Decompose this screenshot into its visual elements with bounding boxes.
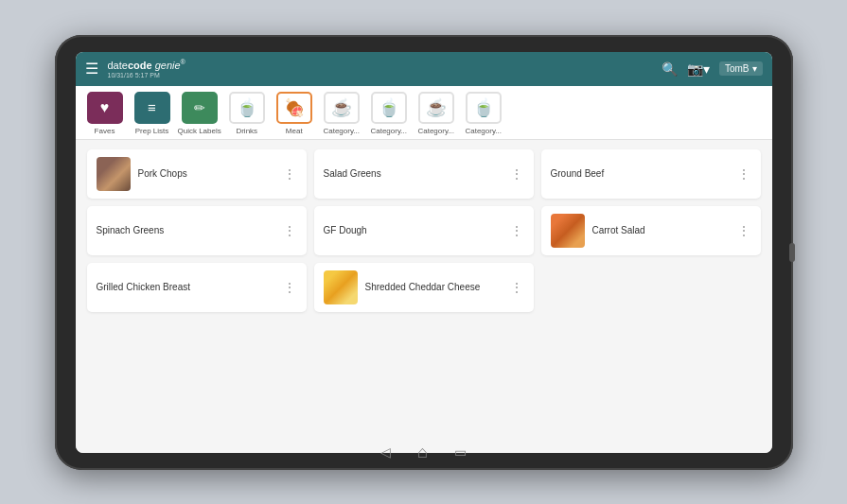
user-menu[interactable]: TomB ▾	[719, 61, 763, 76]
camera-icon[interactable]: 📷▾	[687, 61, 710, 77]
heart-icon: ♥	[100, 99, 110, 116]
prep-lists-icon-box: ≡	[134, 92, 170, 124]
brand-text1: date	[108, 60, 128, 71]
sidebar-item-quick-labels[interactable]: ✏ Quick Labels	[178, 92, 221, 139]
gf-dough-name: GF Dough	[324, 225, 503, 235]
carrot-salad-img-placeholder	[551, 214, 585, 248]
carrot-salad-name: Carrot Salad	[592, 225, 730, 235]
cat2-label: Category...	[370, 127, 407, 135]
cat1-icon-box: ☕	[324, 92, 360, 124]
brand-text2: code	[128, 60, 152, 71]
quick-labels-icon: ✏	[194, 100, 205, 115]
sidebar-item-faves[interactable]: ♥ Faves	[83, 92, 127, 139]
cat3-label: Category...	[417, 127, 454, 135]
drinks-label: Drinks	[236, 127, 257, 135]
food-card-carrot-salad[interactable]: Carrot Salad ⋮	[541, 206, 761, 255]
pork-chops-img-placeholder	[97, 157, 131, 191]
grilled-chicken-name: Grilled Chicken Breast	[97, 282, 275, 292]
shredded-cheddar-menu-icon[interactable]: ⋮	[510, 281, 524, 294]
grilled-chicken-menu-icon[interactable]: ⋮	[283, 281, 297, 294]
food-card-gf-dough[interactable]: GF Dough ⋮	[314, 206, 534, 255]
spinach-greens-name: Spinach Greens	[97, 225, 275, 235]
prep-lists-label: Prep Lists	[135, 127, 169, 135]
prep-lists-icon: ≡	[148, 99, 156, 115]
drinks-icon-box: 🍵	[229, 92, 265, 124]
side-button	[789, 243, 795, 262]
meat-icon-box: 🍖	[276, 92, 312, 124]
salad-greens-name: Salad Greens	[324, 168, 503, 179]
food-card-shredded-cheddar[interactable]: Shredded Cheddar Cheese ⋮	[314, 263, 534, 312]
carrot-salad-image	[551, 214, 585, 248]
user-name: TomB	[725, 63, 750, 74]
menu-icon[interactable]: ☰	[85, 60, 98, 78]
shredded-cheddar-img-placeholder	[324, 270, 358, 304]
cat4-icon: 🍵	[473, 97, 494, 118]
sidebar-item-cat4[interactable]: 🍵 Category...	[462, 92, 505, 139]
sidebar-item-drinks[interactable]: 🍵 Drinks	[225, 92, 269, 139]
shredded-cheddar-image	[324, 270, 358, 304]
pork-chops-name: Pork Chops	[138, 168, 275, 179]
back-button[interactable]: ◁	[380, 444, 391, 460]
shredded-cheddar-name: Shredded Cheddar Cheese	[365, 282, 503, 292]
quick-labels-label: Quick Labels	[178, 127, 221, 135]
cat2-icon: 🍵	[379, 97, 399, 118]
food-card-pork-chops[interactable]: Pork Chops ⋮	[87, 149, 307, 199]
cat4-label: Category...	[465, 127, 502, 135]
user-dropdown-icon: ▾	[752, 63, 757, 74]
sidebar-item-prep-lists[interactable]: ≡ Prep Lists	[131, 92, 174, 139]
gf-dough-menu-icon[interactable]: ⋮	[510, 224, 524, 237]
brand: datecode genie® 10/31/16 5:17 PM	[108, 59, 662, 78]
spinach-greens-menu-icon[interactable]: ⋮	[283, 224, 297, 237]
meat-icon: 🍖	[284, 97, 305, 118]
quick-labels-icon-box: ✏	[182, 92, 218, 124]
sidebar-item-cat3[interactable]: ☕ Category...	[415, 92, 458, 139]
tablet-device: ☰ datecode genie® 10/31/16 5:17 PM 🔍 📷▾ …	[55, 35, 793, 470]
search-icon[interactable]: 🔍	[662, 61, 678, 77]
top-bar-right: 🔍 📷▾ TomB ▾	[662, 61, 763, 77]
food-card-salad-greens[interactable]: Salad Greens ⋮	[314, 149, 534, 199]
cat4-icon-box: 🍵	[466, 92, 502, 124]
pork-chops-image	[97, 157, 131, 191]
home-button[interactable]: ⌂	[417, 443, 428, 462]
tablet-bottom-nav: ◁ ⌂ ▭	[380, 443, 467, 462]
cat2-icon-box: 🍵	[371, 92, 407, 124]
brand-datetime: 10/31/16 5:17 PM	[108, 72, 662, 78]
sidebar-item-cat2[interactable]: 🍵 Category...	[367, 92, 411, 139]
ground-beef-name: Ground Beef	[551, 168, 730, 179]
food-card-grilled-chicken[interactable]: Grilled Chicken Breast ⋮	[87, 263, 307, 312]
sidebar-item-meat[interactable]: 🍖 Meat	[273, 92, 316, 139]
food-card-spinach-greens[interactable]: Spinach Greens ⋮	[87, 206, 307, 255]
food-grid: Pork Chops ⋮ Salad Greens ⋮ Ground Beef …	[76, 140, 772, 453]
drinks-icon: 🍵	[237, 97, 257, 118]
faves-label: Faves	[95, 127, 115, 135]
category-bar: ♥ Faves ≡ Prep Lists ✏ Quick Labels 🍵	[76, 86, 772, 140]
pork-chops-menu-icon[interactable]: ⋮	[283, 167, 297, 181]
faves-icon-box: ♥	[87, 92, 123, 124]
carrot-salad-menu-icon[interactable]: ⋮	[737, 224, 751, 237]
tablet-screen: ☰ datecode genie® 10/31/16 5:17 PM 🔍 📷▾ …	[76, 52, 772, 453]
sidebar-item-cat1[interactable]: ☕ Category...	[320, 92, 363, 139]
cat1-icon: ☕	[331, 97, 352, 118]
top-bar: ☰ datecode genie® 10/31/16 5:17 PM 🔍 📷▾ …	[76, 52, 772, 86]
ground-beef-menu-icon[interactable]: ⋮	[737, 167, 751, 181]
cat3-icon-box: ☕	[418, 92, 454, 124]
trademark: ®	[181, 59, 185, 65]
recent-button[interactable]: ▭	[454, 444, 467, 460]
brand-name: datecode genie®	[108, 59, 662, 72]
brand-genie: genie®	[155, 60, 185, 71]
food-card-ground-beef[interactable]: Ground Beef ⋮	[541, 149, 761, 199]
cat3-icon: ☕	[426, 97, 447, 118]
cat1-label: Category...	[323, 127, 360, 135]
salad-greens-menu-icon[interactable]: ⋮	[510, 167, 524, 181]
meat-label: Meat	[286, 127, 303, 135]
